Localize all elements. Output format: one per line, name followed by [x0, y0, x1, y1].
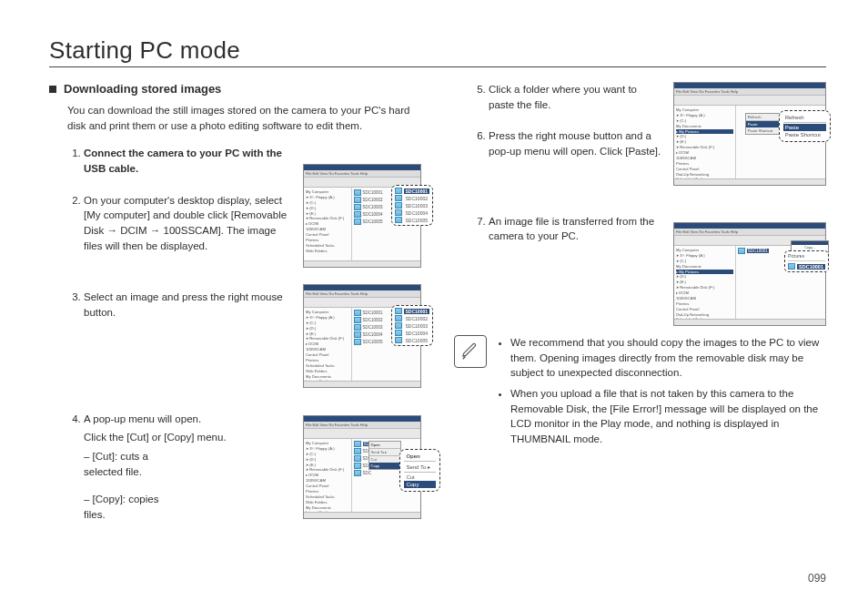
ctx-cut: Cut	[404, 474, 436, 481]
ctx-open: Open	[404, 453, 436, 460]
step-4-text: A pop-up menu will open.	[84, 413, 201, 424]
section-intro: You can download the still images stored…	[67, 103, 421, 133]
note-list: We recommend that you should copy the im…	[496, 335, 826, 453]
step-4-cut: [Cut]: cuts a selected file.	[84, 449, 294, 479]
page-number: 099	[808, 572, 826, 585]
ctx-paste: Paste	[783, 124, 826, 131]
step-1-text: Connect the camera to your PC with the U…	[84, 148, 282, 174]
left-column: Downloading stored images You can downlo…	[49, 82, 421, 535]
thumb-menu: File Edit View Go Favorites Tools Help	[304, 170, 420, 178]
step-4-dashes: [Cut]: cuts a selected file. [Copy]: cop…	[84, 449, 294, 523]
context-menu-callout: Open Send To ▸ Cut Copy	[399, 449, 440, 492]
thumb-step-2: File Edit View Go Favorites Tools Help M…	[303, 164, 421, 268]
step-6-text: Press the right mouse button and a pop-u…	[489, 130, 661, 157]
ctx-copy: Copy	[404, 481, 436, 488]
transferred-file: SDC10001	[797, 264, 825, 270]
step-4-sub: Click the [Cut] or [Copy] menu.	[84, 430, 294, 445]
right-column: Click a folder where you want to paste t…	[454, 82, 826, 535]
pictures-label: Pictures	[788, 253, 825, 259]
ctx-paste-shortcut: Paste Shortcut	[783, 131, 826, 138]
step-4-copy: [Copy]: copies files.	[84, 492, 294, 522]
file-list-callout: SDC10001 SDC10002 SDC10003 SDC10004 SDC1…	[391, 185, 433, 226]
paste-menu-callout: Refresh Paste Paste Shortcut	[779, 110, 831, 142]
thumb-step-5-6: File Edit View Go Favorites Tools Help M…	[673, 82, 826, 186]
step-7-text: An image file is transferred from the ca…	[489, 216, 654, 242]
section-heading: Downloading stored images	[49, 82, 421, 96]
step-2-text: On your computer's desktop display, sele…	[84, 195, 287, 251]
step-3-text: Select an image and press the right mous…	[84, 291, 283, 318]
thumb-step-7: File Edit View Go Favorites Tools Help M…	[673, 222, 826, 326]
content-columns: Downloading stored images You can downlo…	[49, 82, 826, 535]
note-item-2: When you upload a file that is not taken…	[510, 386, 826, 447]
note-icon	[454, 335, 487, 368]
page: Starting PC mode Downloading stored imag…	[0, 0, 868, 601]
thumb-step-4: File Edit View Go Favorites Tools Help M…	[303, 415, 421, 519]
left-thumbnails: File Edit View Go Favorites Tools Help M…	[303, 164, 421, 535]
thumb-menu: File Edit View Go Favorites Tools Help	[304, 290, 420, 298]
ctx-refresh: Refresh	[783, 114, 826, 121]
ctx-sendto: Send To ▸	[404, 463, 436, 471]
thumb-step-3: File Edit View Go Favorites Tools Help M…	[303, 284, 421, 388]
pictures-callout: Pictures SDC10001	[784, 250, 829, 272]
step-5-text: Click a folder where you want to paste t…	[489, 84, 637, 110]
file-list-callout: SDC10001 SDC10002 SDC10003 SDC10004 SDC1…	[391, 305, 433, 346]
folder-tree: My Computer ➤ 3½ Floppy (A:) ➤ (C:) ➤ (D…	[304, 188, 352, 260]
square-bullet-icon	[49, 86, 56, 93]
page-title: Starting PC mode	[49, 36, 826, 67]
section-title: Downloading stored images	[64, 82, 221, 96]
right-thumbnails: File Edit View Go Favorites Tools Help M…	[673, 82, 826, 342]
note-block: We recommend that you should copy the im…	[454, 335, 826, 453]
